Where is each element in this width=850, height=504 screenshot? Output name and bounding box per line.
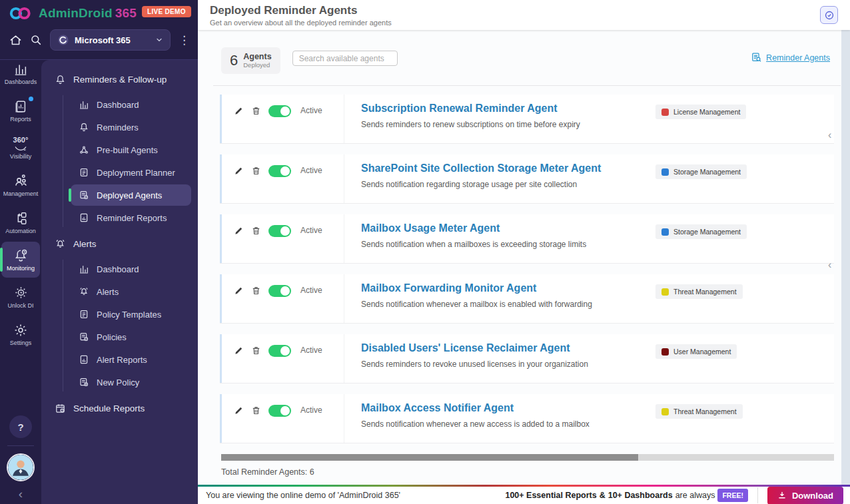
search-icon[interactable] (30, 34, 42, 46)
trash-icon[interactable] (251, 346, 261, 356)
menu-section-reminders-followup[interactable]: Reminders & Follow-up (47, 68, 191, 93)
download-button[interactable]: Download (767, 487, 843, 504)
menu-item-reminders[interactable]: Reminders (71, 117, 191, 138)
menu-section-title: Alerts (73, 239, 97, 249)
workspace-logo-icon (57, 34, 69, 46)
menu-item-label: Dashboard (97, 100, 139, 110)
rail-item-visibility[interactable]: 360° Visibility (1, 130, 40, 166)
menu-item-label: Pre-built Agents (97, 145, 158, 155)
workspace-selector[interactable]: Microsoft 365 (50, 29, 171, 51)
app-title: AdminDroid365 (39, 6, 137, 21)
rail-item-label: Automation (5, 228, 36, 234)
menu-item-label: Dashboard (97, 264, 139, 274)
pencil-icon[interactable] (234, 286, 244, 296)
reminder-agents-link[interactable]: Reminder Agents (751, 52, 830, 63)
agents-list: Active Subscription Renewal Reminder Age… (220, 95, 834, 443)
agent-name-link[interactable]: Subscription Renewal Reminder Agent (361, 103, 558, 115)
agent-name-link[interactable]: Mailbox Usage Meter Agent (361, 222, 500, 234)
sidebar-collapse-chevron-icon[interactable]: ‹ (19, 487, 23, 500)
trash-icon[interactable] (251, 226, 261, 236)
menu-item-schedule-reports[interactable]: Schedule Reports (47, 397, 191, 421)
agent-name-link[interactable]: SharePoint Site Collection Storage Meter… (361, 162, 601, 174)
category-color-dot (661, 228, 669, 236)
promo-text: 100+ Essential Reports & 10+ Dashboards … (505, 491, 715, 500)
unlock-di-icon (13, 285, 29, 300)
live-demo-badge: LIVE DEMO (142, 6, 191, 17)
chevron-left-icon[interactable]: ‹ (828, 260, 837, 270)
document-icon (79, 309, 89, 320)
agent-info: Subscription Renewal Reminder Agent Send… (344, 95, 655, 143)
chevron-left-icon[interactable]: ‹ (828, 130, 837, 140)
row-controls: Active (222, 154, 344, 203)
rail-item-unlock-di[interactable]: Unlock DI (1, 279, 40, 315)
menu-item-policies[interactable]: Policies (71, 326, 191, 348)
status-label: Active (300, 106, 322, 115)
category-label: License Management (673, 108, 740, 116)
menu-item-alert-reports[interactable]: Alert Reports (71, 349, 191, 370)
scrollbar-thumb[interactable] (221, 454, 638, 461)
home-icon[interactable] (9, 34, 22, 47)
agent-info: Mailbox Usage Meter Agent Sends notifica… (344, 214, 655, 263)
menu-item-new-policy[interactable]: New Policy (71, 372, 191, 393)
page-subtitle: Get an overview about all the deployed r… (210, 19, 392, 27)
pencil-icon[interactable] (234, 106, 244, 116)
pencil-icon[interactable] (234, 166, 244, 176)
menu-item-reminder-reports[interactable]: Reminder Reports (71, 207, 191, 228)
scheduler-button[interactable] (820, 6, 838, 24)
promo-reports: 100+ Essential Reports (505, 491, 596, 500)
status-toggle[interactable] (268, 165, 291, 177)
menu-item-label: Schedule Reports (73, 403, 145, 413)
agent-category-cell: Storage Management (655, 214, 834, 263)
reports-icon (13, 99, 28, 114)
menu-item-alerts-dashboard[interactable]: Dashboard (71, 258, 191, 280)
rail-item-monitoring[interactable]: Monitoring (1, 242, 40, 278)
rail-item-automation[interactable]: Automation (1, 204, 40, 240)
category-color-dot (661, 168, 669, 176)
menu-item-deployed-agents[interactable]: Deployed Agents (71, 184, 191, 206)
agent-name-link[interactable]: Mailbox Forwarding Monitor Agent (361, 282, 536, 294)
agent-name-link[interactable]: Disabled Users' License Reclaimer Agent (361, 342, 570, 354)
menu-item-dashboard[interactable]: Dashboard (71, 94, 191, 115)
menu-item-policy-templates[interactable]: Policy Templates (71, 304, 191, 325)
rail-item-management[interactable]: Management (1, 167, 40, 203)
trash-icon[interactable] (251, 405, 261, 415)
download-icon (777, 491, 787, 500)
user-avatar[interactable] (7, 453, 35, 481)
status-label: Active (300, 405, 322, 415)
pencil-icon[interactable] (234, 405, 244, 415)
trash-icon[interactable] (251, 166, 261, 176)
search-input[interactable] (292, 51, 398, 66)
agent-row: Active Mailbox Forwarding Monitor Agent … (220, 274, 834, 324)
trash-icon[interactable] (251, 106, 261, 116)
main-panel: Deployed Reminder Agents Get an overview… (198, 0, 850, 504)
status-toggle[interactable] (268, 345, 291, 357)
rail-item-settings[interactable]: Settings (1, 316, 40, 352)
status-toggle[interactable] (268, 405, 291, 417)
menu-item-alerts[interactable]: Alerts (71, 281, 191, 302)
status-toggle[interactable] (268, 225, 291, 237)
rail-item-dashboards[interactable]: Dashboards (1, 55, 40, 91)
network-icon (79, 144, 89, 155)
agent-description: Sends reminders to revoke unused license… (361, 360, 655, 369)
notification-dot (29, 97, 33, 101)
agents-count-sublabel: Deployed (243, 61, 271, 69)
status-toggle[interactable] (268, 285, 291, 297)
panel-gutter (841, 30, 850, 485)
kebab-menu-icon[interactable]: ⋮ (179, 35, 190, 46)
menu-item-deployment-planner[interactable]: Deployment Planner (71, 162, 191, 183)
status-toggle[interactable] (268, 105, 291, 117)
menu-item-prebuilt-agents[interactable]: Pre-built Agents (71, 139, 191, 160)
automation-icon (13, 211, 28, 226)
help-button[interactable]: ? (9, 415, 32, 438)
agent-info: Mailbox Forwarding Monitor Agent Sends n… (344, 274, 655, 323)
document-plus-icon (79, 377, 89, 387)
trash-icon[interactable] (251, 286, 261, 296)
agent-name-link[interactable]: Mailbox Access Notifier Agent (361, 402, 514, 414)
rail-item-reports[interactable]: Reports (1, 93, 40, 128)
horizontal-scrollbar[interactable] (221, 454, 834, 461)
pencil-icon[interactable] (234, 226, 244, 236)
pencil-icon[interactable] (234, 346, 244, 356)
category-label: User Management (673, 348, 731, 356)
menu-section-alerts[interactable]: Alerts (47, 232, 191, 257)
bell-icon (55, 74, 66, 85)
